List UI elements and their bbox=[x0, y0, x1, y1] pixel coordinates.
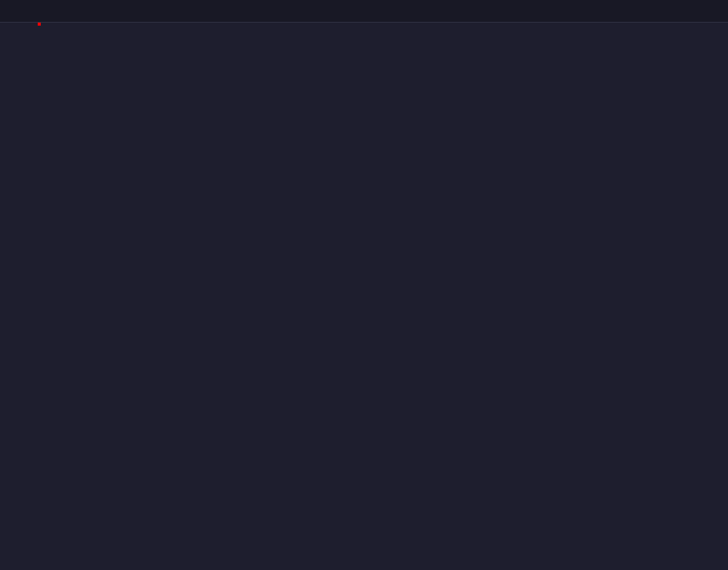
highlight-box bbox=[38, 23, 41, 26]
editor-window bbox=[0, 0, 728, 570]
line-numbers bbox=[0, 23, 32, 570]
tab-bar bbox=[0, 0, 728, 23]
editor-container bbox=[0, 23, 728, 570]
code-area[interactable] bbox=[32, 23, 728, 570]
